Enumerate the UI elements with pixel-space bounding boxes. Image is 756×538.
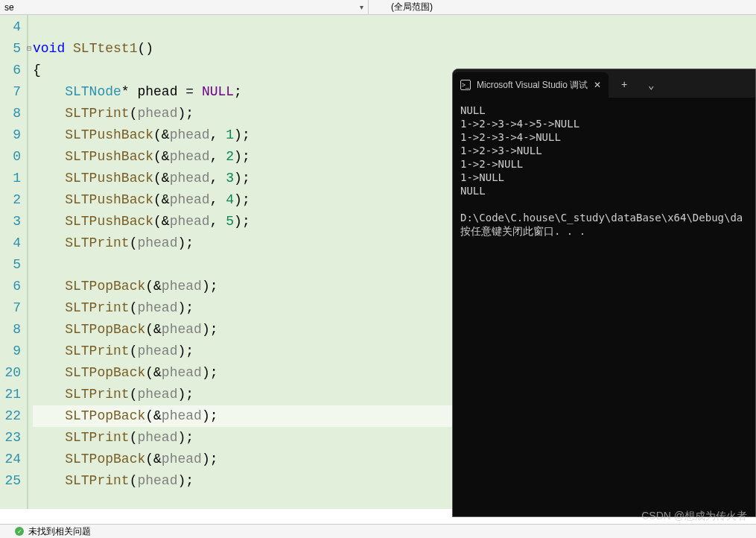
line-number: 5 — [0, 38, 21, 60]
line-gutter: 4567890123456789202122232425 — [0, 15, 28, 509]
scope-right-text: (全局范围) — [391, 1, 433, 13]
line-number: 8 — [0, 319, 21, 341]
collapse-icon[interactable]: ⊟ — [27, 38, 34, 45]
line-number: 4 — [0, 16, 21, 38]
line-number: 5 — [0, 254, 21, 276]
status-ok-icon: ✓ — [15, 527, 24, 536]
terminal-tabbar: >_ Microsoft Visual Studio 调试 ✕ + ⌄ — [453, 69, 755, 98]
line-number: 24 — [0, 449, 21, 470]
terminal-tab-actions: + ⌄ — [613, 69, 662, 98]
line-number: 20 — [0, 362, 21, 384]
new-tab-button[interactable]: + — [613, 74, 635, 96]
status-text: 未找到相关问题 — [28, 525, 91, 538]
line-number: 3 — [0, 211, 21, 232]
line-number: 9 — [0, 341, 21, 362]
line-number: 1 — [0, 168, 21, 189]
line-number: 7 — [0, 297, 21, 319]
line-number: 22 — [0, 405, 21, 427]
status-bar: ✓ 未找到相关问题 — [0, 524, 756, 538]
line-number: 8 — [0, 103, 21, 124]
terminal-tab[interactable]: >_ Microsoft Visual Studio 调试 ✕ — [453, 72, 609, 98]
watermark: CSDN @想成为传火者 — [641, 510, 747, 523]
line-number: 6 — [0, 276, 21, 297]
line-number: 25 — [0, 470, 21, 492]
top-bar: se ▾ (全局范围) — [0, 0, 756, 15]
chevron-down-icon: ▾ — [360, 3, 363, 11]
scope-dropdown-right[interactable]: (全局范围) — [369, 0, 756, 14]
line-number: 0 — [0, 146, 21, 168]
code-line[interactable] — [33, 16, 756, 38]
line-number: 6 — [0, 60, 21, 81]
line-number: 9 — [0, 124, 21, 146]
terminal-output: NULL 1->2->3->4->5->NULL 1->2->3->4->NUL… — [453, 98, 755, 244]
terminal-tab-title: Microsoft Visual Studio 调试 — [477, 79, 588, 92]
close-icon[interactable]: ✕ — [594, 80, 601, 90]
line-number: 2 — [0, 189, 21, 211]
line-number: 21 — [0, 384, 21, 405]
tab-menu-button[interactable]: ⌄ — [640, 74, 662, 96]
line-number: 23 — [0, 427, 21, 449]
line-number: 7 — [0, 81, 21, 103]
terminal-icon: >_ — [460, 80, 471, 90]
terminal-window: >_ Microsoft Visual Studio 调试 ✕ + ⌄ NULL… — [452, 69, 756, 517]
scope-left-text: se — [4, 2, 14, 13]
code-line[interactable]: ⊟void SLTtest1() — [33, 38, 756, 60]
line-number: 4 — [0, 232, 21, 254]
scope-dropdown-left[interactable]: se ▾ — [0, 0, 369, 14]
